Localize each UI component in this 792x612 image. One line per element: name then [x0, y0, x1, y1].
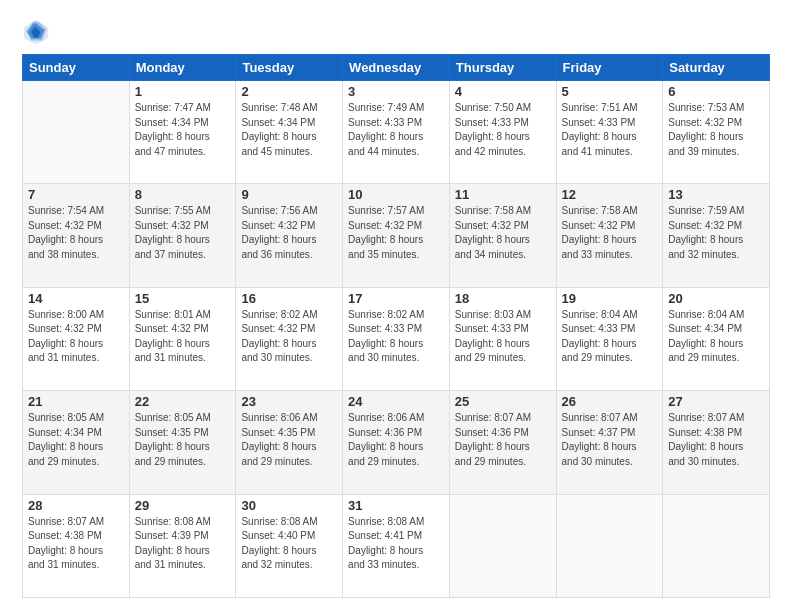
- day-number: 22: [135, 394, 231, 409]
- day-info: Sunrise: 8:00 AM Sunset: 4:32 PM Dayligh…: [28, 308, 124, 366]
- day-info: Sunrise: 8:02 AM Sunset: 4:33 PM Dayligh…: [348, 308, 444, 366]
- day-info: Sunrise: 8:01 AM Sunset: 4:32 PM Dayligh…: [135, 308, 231, 366]
- day-info: Sunrise: 7:51 AM Sunset: 4:33 PM Dayligh…: [562, 101, 658, 159]
- day-info: Sunrise: 8:02 AM Sunset: 4:32 PM Dayligh…: [241, 308, 337, 366]
- day-info: Sunrise: 8:08 AM Sunset: 4:41 PM Dayligh…: [348, 515, 444, 573]
- calendar-cell: 3Sunrise: 7:49 AM Sunset: 4:33 PM Daylig…: [343, 81, 450, 184]
- calendar-cell: [449, 494, 556, 597]
- day-header-friday: Friday: [556, 55, 663, 81]
- day-info: Sunrise: 7:49 AM Sunset: 4:33 PM Dayligh…: [348, 101, 444, 159]
- calendar-cell: [663, 494, 770, 597]
- calendar-table: SundayMondayTuesdayWednesdayThursdayFrid…: [22, 54, 770, 598]
- calendar-cell: 11Sunrise: 7:58 AM Sunset: 4:32 PM Dayli…: [449, 184, 556, 287]
- day-number: 15: [135, 291, 231, 306]
- day-number: 7: [28, 187, 124, 202]
- day-number: 6: [668, 84, 764, 99]
- day-number: 4: [455, 84, 551, 99]
- calendar-header-row: SundayMondayTuesdayWednesdayThursdayFrid…: [23, 55, 770, 81]
- day-number: 13: [668, 187, 764, 202]
- day-number: 29: [135, 498, 231, 513]
- day-header-wednesday: Wednesday: [343, 55, 450, 81]
- day-number: 31: [348, 498, 444, 513]
- calendar-cell: 19Sunrise: 8:04 AM Sunset: 4:33 PM Dayli…: [556, 287, 663, 390]
- calendar-cell: 12Sunrise: 7:58 AM Sunset: 4:32 PM Dayli…: [556, 184, 663, 287]
- calendar-cell: 20Sunrise: 8:04 AM Sunset: 4:34 PM Dayli…: [663, 287, 770, 390]
- calendar-week-row: 28Sunrise: 8:07 AM Sunset: 4:38 PM Dayli…: [23, 494, 770, 597]
- day-number: 12: [562, 187, 658, 202]
- day-info: Sunrise: 8:04 AM Sunset: 4:33 PM Dayligh…: [562, 308, 658, 366]
- calendar-cell: 22Sunrise: 8:05 AM Sunset: 4:35 PM Dayli…: [129, 391, 236, 494]
- day-info: Sunrise: 7:59 AM Sunset: 4:32 PM Dayligh…: [668, 204, 764, 262]
- day-info: Sunrise: 7:53 AM Sunset: 4:32 PM Dayligh…: [668, 101, 764, 159]
- day-info: Sunrise: 8:08 AM Sunset: 4:39 PM Dayligh…: [135, 515, 231, 573]
- day-number: 27: [668, 394, 764, 409]
- day-number: 24: [348, 394, 444, 409]
- day-info: Sunrise: 8:05 AM Sunset: 4:34 PM Dayligh…: [28, 411, 124, 469]
- day-number: 1: [135, 84, 231, 99]
- day-number: 23: [241, 394, 337, 409]
- calendar-cell: 10Sunrise: 7:57 AM Sunset: 4:32 PM Dayli…: [343, 184, 450, 287]
- calendar-cell: 14Sunrise: 8:00 AM Sunset: 4:32 PM Dayli…: [23, 287, 130, 390]
- day-number: 16: [241, 291, 337, 306]
- calendar-cell: 6Sunrise: 7:53 AM Sunset: 4:32 PM Daylig…: [663, 81, 770, 184]
- day-header-thursday: Thursday: [449, 55, 556, 81]
- day-info: Sunrise: 7:55 AM Sunset: 4:32 PM Dayligh…: [135, 204, 231, 262]
- calendar-cell: [556, 494, 663, 597]
- day-info: Sunrise: 7:50 AM Sunset: 4:33 PM Dayligh…: [455, 101, 551, 159]
- calendar-cell: 8Sunrise: 7:55 AM Sunset: 4:32 PM Daylig…: [129, 184, 236, 287]
- day-info: Sunrise: 8:06 AM Sunset: 4:36 PM Dayligh…: [348, 411, 444, 469]
- day-number: 2: [241, 84, 337, 99]
- day-number: 11: [455, 187, 551, 202]
- day-info: Sunrise: 8:05 AM Sunset: 4:35 PM Dayligh…: [135, 411, 231, 469]
- calendar-cell: 26Sunrise: 8:07 AM Sunset: 4:37 PM Dayli…: [556, 391, 663, 494]
- header: [22, 18, 770, 46]
- calendar-cell: 7Sunrise: 7:54 AM Sunset: 4:32 PM Daylig…: [23, 184, 130, 287]
- calendar-week-row: 7Sunrise: 7:54 AM Sunset: 4:32 PM Daylig…: [23, 184, 770, 287]
- page: SundayMondayTuesdayWednesdayThursdayFrid…: [0, 0, 792, 612]
- calendar-cell: 30Sunrise: 8:08 AM Sunset: 4:40 PM Dayli…: [236, 494, 343, 597]
- calendar-cell: 4Sunrise: 7:50 AM Sunset: 4:33 PM Daylig…: [449, 81, 556, 184]
- day-info: Sunrise: 7:58 AM Sunset: 4:32 PM Dayligh…: [455, 204, 551, 262]
- day-info: Sunrise: 8:07 AM Sunset: 4:37 PM Dayligh…: [562, 411, 658, 469]
- day-header-monday: Monday: [129, 55, 236, 81]
- day-info: Sunrise: 7:58 AM Sunset: 4:32 PM Dayligh…: [562, 204, 658, 262]
- day-info: Sunrise: 8:03 AM Sunset: 4:33 PM Dayligh…: [455, 308, 551, 366]
- calendar-cell: [23, 81, 130, 184]
- calendar-week-row: 14Sunrise: 8:00 AM Sunset: 4:32 PM Dayli…: [23, 287, 770, 390]
- day-info: Sunrise: 7:47 AM Sunset: 4:34 PM Dayligh…: [135, 101, 231, 159]
- day-number: 21: [28, 394, 124, 409]
- day-info: Sunrise: 8:07 AM Sunset: 4:38 PM Dayligh…: [28, 515, 124, 573]
- calendar-cell: 13Sunrise: 7:59 AM Sunset: 4:32 PM Dayli…: [663, 184, 770, 287]
- day-info: Sunrise: 8:06 AM Sunset: 4:35 PM Dayligh…: [241, 411, 337, 469]
- calendar-cell: 29Sunrise: 8:08 AM Sunset: 4:39 PM Dayli…: [129, 494, 236, 597]
- calendar-cell: 5Sunrise: 7:51 AM Sunset: 4:33 PM Daylig…: [556, 81, 663, 184]
- day-header-sunday: Sunday: [23, 55, 130, 81]
- day-info: Sunrise: 8:08 AM Sunset: 4:40 PM Dayligh…: [241, 515, 337, 573]
- day-info: Sunrise: 7:54 AM Sunset: 4:32 PM Dayligh…: [28, 204, 124, 262]
- day-number: 26: [562, 394, 658, 409]
- calendar-cell: 15Sunrise: 8:01 AM Sunset: 4:32 PM Dayli…: [129, 287, 236, 390]
- day-number: 8: [135, 187, 231, 202]
- calendar-cell: 24Sunrise: 8:06 AM Sunset: 4:36 PM Dayli…: [343, 391, 450, 494]
- calendar-week-row: 21Sunrise: 8:05 AM Sunset: 4:34 PM Dayli…: [23, 391, 770, 494]
- day-number: 19: [562, 291, 658, 306]
- day-number: 20: [668, 291, 764, 306]
- calendar-cell: 18Sunrise: 8:03 AM Sunset: 4:33 PM Dayli…: [449, 287, 556, 390]
- calendar-cell: 17Sunrise: 8:02 AM Sunset: 4:33 PM Dayli…: [343, 287, 450, 390]
- calendar-cell: 2Sunrise: 7:48 AM Sunset: 4:34 PM Daylig…: [236, 81, 343, 184]
- day-number: 18: [455, 291, 551, 306]
- day-info: Sunrise: 8:07 AM Sunset: 4:38 PM Dayligh…: [668, 411, 764, 469]
- day-info: Sunrise: 7:48 AM Sunset: 4:34 PM Dayligh…: [241, 101, 337, 159]
- logo: [22, 18, 54, 46]
- day-number: 14: [28, 291, 124, 306]
- day-info: Sunrise: 7:56 AM Sunset: 4:32 PM Dayligh…: [241, 204, 337, 262]
- day-number: 5: [562, 84, 658, 99]
- calendar-cell: 9Sunrise: 7:56 AM Sunset: 4:32 PM Daylig…: [236, 184, 343, 287]
- day-info: Sunrise: 7:57 AM Sunset: 4:32 PM Dayligh…: [348, 204, 444, 262]
- calendar-cell: 23Sunrise: 8:06 AM Sunset: 4:35 PM Dayli…: [236, 391, 343, 494]
- calendar-week-row: 1Sunrise: 7:47 AM Sunset: 4:34 PM Daylig…: [23, 81, 770, 184]
- day-number: 17: [348, 291, 444, 306]
- day-info: Sunrise: 8:07 AM Sunset: 4:36 PM Dayligh…: [455, 411, 551, 469]
- logo-icon: [22, 18, 50, 46]
- day-number: 25: [455, 394, 551, 409]
